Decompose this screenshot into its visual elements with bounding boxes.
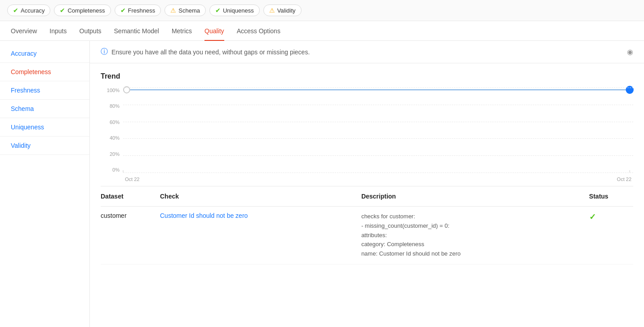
schema-filter-label: Schema <box>178 7 200 14</box>
freshness-filter-icon: ✔ <box>120 7 126 14</box>
info-banner-left: ⓘ Ensure you have all the data you need,… <box>101 47 310 57</box>
sidebar-item-accuracy[interactable]: Accuracy <box>0 44 89 63</box>
filter-chip-accuracy[interactable]: ✔Accuracy <box>7 4 50 16</box>
col-header-dataset: Dataset <box>101 186 160 207</box>
uniqueness-filter-label: Uniqueness <box>223 7 254 14</box>
x-label-start: Oct 22 <box>125 177 139 182</box>
status-success-icon: ✓ <box>589 212 596 221</box>
nav-item-overview[interactable]: Overview <box>11 21 37 41</box>
table-row: customerCustomer Id should not be zeroch… <box>101 207 633 265</box>
table-cell-dataset: customer <box>101 207 160 265</box>
sidebar-item-completeness[interactable]: Completeness <box>0 63 89 81</box>
sidebar-item-uniqueness[interactable]: Uniqueness <box>0 118 89 137</box>
sidebar: AccuracyCompletenessFreshnessSchemaUniqu… <box>0 41 90 327</box>
nav-item-semantic-model[interactable]: Semantic Model <box>114 21 159 41</box>
trend-section: Trend 100% 80% 60% 40% 20% 0% <box>90 63 644 186</box>
accuracy-filter-label: Accuracy <box>21 7 44 14</box>
nav-item-metrics[interactable]: Metrics <box>172 21 192 41</box>
info-banner-text: Ensure you have all the data you need, w… <box>111 49 310 56</box>
info-banner: ⓘ Ensure you have all the data you need,… <box>90 41 644 63</box>
completeness-filter-icon: ✔ <box>60 7 65 14</box>
table-header-row: Dataset Check Description Status <box>101 186 633 207</box>
chart-x-labels: Oct 22 Oct 22 <box>123 172 633 186</box>
filter-bar: ✔Accuracy✔Completeness✔Freshness⚠Schema✔… <box>0 0 644 21</box>
x-label-end: Oct 22 <box>617 177 631 182</box>
data-table: Dataset Check Description Status custome… <box>101 186 633 265</box>
nav-item-quality[interactable]: Quality <box>204 21 224 41</box>
table-cell-status: ✓ <box>589 207 633 265</box>
nav-item-access-options[interactable]: Access Options <box>237 21 280 41</box>
col-header-description: Description <box>361 186 589 207</box>
grid-line-80 <box>123 105 633 105</box>
svg-point-2 <box>626 86 634 94</box>
uniqueness-filter-icon: ✔ <box>215 7 221 14</box>
table-cell-description: checks for customer: - missing_count(cus… <box>361 207 589 265</box>
y-label-40: 40% <box>110 135 120 141</box>
trend-title: Trend <box>101 72 633 80</box>
grid-line-40 <box>123 138 633 139</box>
grid-line-60 <box>123 122 633 122</box>
chart-y-axis: 100% 80% 60% 40% 20% 0% <box>101 88 123 172</box>
sidebar-item-schema[interactable]: Schema <box>0 100 89 118</box>
validity-filter-label: Validity <box>277 7 296 14</box>
col-header-status: Status <box>589 186 633 207</box>
close-button[interactable]: ◉ <box>627 48 633 56</box>
main-nav: OverviewInputsOutputsSemantic ModelMetri… <box>0 21 644 41</box>
completeness-filter-label: Completeness <box>67 7 105 14</box>
filter-chip-freshness[interactable]: ✔Freshness <box>115 4 161 16</box>
chart-svg <box>123 88 633 172</box>
layout: AccuracyCompletenessFreshnessSchemaUniqu… <box>0 41 644 327</box>
table-section: Dataset Check Description Status custome… <box>90 186 644 265</box>
grid-line-20 <box>123 155 633 156</box>
filter-chip-completeness[interactable]: ✔Completeness <box>54 4 111 16</box>
schema-filter-icon: ⚠ <box>170 7 176 14</box>
main-content: ⓘ Ensure you have all the data you need,… <box>90 41 644 327</box>
accuracy-filter-icon: ✔ <box>13 7 18 14</box>
col-header-check: Check <box>160 186 361 207</box>
chart-container: 100% 80% 60% 40% 20% 0% <box>101 88 633 186</box>
filter-chip-validity[interactable]: ⚠Validity <box>263 4 302 16</box>
info-icon: ⓘ <box>101 47 108 57</box>
sidebar-item-freshness[interactable]: Freshness <box>0 81 89 100</box>
filter-chip-schema[interactable]: ⚠Schema <box>164 4 206 16</box>
chart-area <box>123 88 633 172</box>
y-label-0: 0% <box>112 167 120 172</box>
sidebar-item-validity[interactable]: Validity <box>0 137 89 155</box>
y-label-80: 80% <box>110 103 120 109</box>
y-label-100: 100% <box>107 88 120 93</box>
table-cell-check: Customer Id should not be zero <box>160 207 361 265</box>
nav-item-inputs[interactable]: Inputs <box>49 21 67 41</box>
nav-item-outputs[interactable]: Outputs <box>80 21 102 41</box>
filter-chip-uniqueness[interactable]: ✔Uniqueness <box>209 4 260 16</box>
y-label-60: 60% <box>110 119 120 125</box>
freshness-filter-label: Freshness <box>128 7 155 14</box>
grid-line-100 <box>123 88 633 88</box>
y-label-20: 20% <box>110 151 120 157</box>
validity-filter-icon: ⚠ <box>269 7 275 14</box>
